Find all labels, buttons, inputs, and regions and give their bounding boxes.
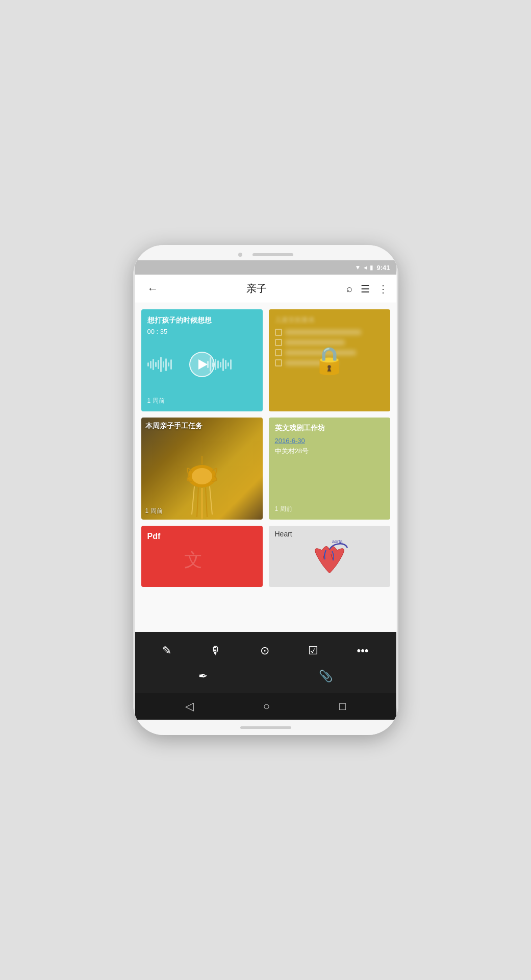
- waveform-bar: [230, 359, 232, 370]
- svg-line-6: [210, 486, 212, 514]
- audio-card-title: 想打孩子的时候想想: [147, 315, 257, 325]
- waveform-bar: [168, 362, 169, 366]
- craft-card-timestamp: 1 周前: [145, 507, 163, 516]
- waveform-bar: [158, 360, 159, 369]
- craft-photo: [141, 418, 263, 520]
- craft-tassel-svg: [179, 453, 225, 520]
- svg-point-1: [192, 468, 212, 484]
- play-button[interactable]: [189, 352, 215, 377]
- card-craft[interactable]: 本周亲子手工任务: [141, 418, 263, 520]
- checkbox-icon: [275, 339, 282, 346]
- toolbar-row-2: ✒ 📎: [135, 664, 396, 689]
- camera-button[interactable]: ⊙: [256, 640, 273, 662]
- app-bar: ← 亲子 ⌕ ☰ ⋮: [135, 275, 396, 303]
- nav-home-button[interactable]: ○: [263, 700, 270, 713]
- waveform-bar: [222, 358, 224, 371]
- card-pdf[interactable]: Pdf 文: [141, 526, 263, 587]
- earpiece: [252, 253, 293, 256]
- waveform-bar: [150, 361, 151, 369]
- waveform-bar: [160, 357, 162, 372]
- waveform-bar: [155, 362, 157, 367]
- back-button[interactable]: ←: [143, 278, 163, 300]
- craft-card-title: 本周亲子手工任务: [145, 422, 203, 431]
- pencil-button[interactable]: ✎: [158, 640, 175, 662]
- list-item-text: [285, 330, 362, 335]
- wifi-icon: ▼: [355, 264, 361, 271]
- checkbox-icon: [275, 359, 282, 366]
- nav-recent-button[interactable]: □: [339, 700, 346, 713]
- checkbox-icon: [275, 349, 282, 356]
- audio-card-timestamp: 1 周前: [147, 397, 257, 405]
- waveform-bar: [153, 359, 154, 370]
- front-camera: [238, 253, 242, 257]
- waveform-bar: [163, 361, 164, 368]
- checklist-button[interactable]: ☑: [304, 640, 322, 662]
- waveform-bar: [227, 362, 229, 366]
- cards-grid: 想打孩子的时候想想 00 : 35: [141, 309, 390, 587]
- pdf-label: Pdf: [147, 532, 257, 541]
- phone-top-bar: [133, 245, 398, 260]
- nav-bar: ◁ ○ □: [135, 693, 396, 720]
- list-item: [275, 329, 384, 336]
- svg-line-2: [192, 486, 194, 514]
- battery-icon: ▮: [370, 264, 373, 271]
- search-icon[interactable]: ⌕: [346, 283, 352, 295]
- waveform-bar: [220, 362, 221, 368]
- svg-line-5: [206, 487, 207, 517]
- card-locked[interactable]: 儿童安抚量表: [269, 309, 390, 411]
- heart-image: aorta: [275, 538, 384, 583]
- phone-bottom: [133, 720, 398, 735]
- lock-icon: 🔒: [313, 345, 346, 376]
- waveform-bar: [170, 359, 172, 370]
- waveform-bar: [217, 360, 219, 369]
- draw-button[interactable]: ✒: [194, 666, 212, 687]
- signal-icon: ◂: [364, 264, 367, 271]
- status-bar: ▼ ◂ ▮ 9:41: [135, 260, 396, 275]
- home-indicator: [240, 726, 291, 729]
- waveform-bar: [147, 362, 149, 366]
- content-area: 想打孩子的时候想想 00 : 35: [135, 303, 396, 632]
- card-event[interactable]: 英文戏剧工作坊 2016-6-30 中关村28号 1 周前: [269, 418, 390, 520]
- heart-anatomy-svg: aorta: [301, 540, 358, 581]
- list-item-text: [285, 340, 345, 345]
- toolbar: ✎ 🎙 ⊙ ☑ ••• ✒ 📎: [135, 632, 396, 693]
- audio-card-duration: 00 : 35: [147, 328, 257, 335]
- nav-back-button[interactable]: ◁: [185, 700, 194, 713]
- event-card-date[interactable]: 2016-6-30: [275, 437, 384, 445]
- phone-shell: ▼ ◂ ▮ 9:41 ← 亲子 ⌕ ☰ ⋮ 想打孩子的时候想想 00 : 35: [133, 245, 398, 735]
- svg-text:文: 文: [184, 550, 203, 570]
- waveform-bar: [225, 360, 226, 369]
- status-time: 9:41: [376, 264, 390, 272]
- waveform-bar: [215, 359, 216, 370]
- audio-waveform: [147, 335, 257, 394]
- pdf-icon-svg: 文: [182, 546, 222, 576]
- toolbar-row-1: ✎ 🎙 ⊙ ☑ •••: [135, 638, 396, 664]
- locked-card-title: 儿童安抚量表: [275, 315, 384, 325]
- event-card-title: 英文戏剧工作坊: [275, 424, 384, 433]
- card-heart[interactable]: Heart aorta: [269, 526, 390, 587]
- page-title: 亲子: [167, 282, 346, 296]
- event-card-timestamp: 1 周前: [275, 505, 384, 513]
- card-audio[interactable]: 想打孩子的时候想想 00 : 35: [141, 309, 263, 411]
- svg-text:aorta: aorta: [332, 540, 343, 544]
- event-card-location: 中关村28号: [275, 447, 384, 456]
- checkbox-icon: [275, 329, 282, 336]
- waveform-bars-right: [207, 354, 256, 375]
- pdf-preview: 文: [147, 541, 257, 581]
- app-bar-actions: ⌕ ☰ ⋮: [346, 283, 388, 295]
- screen: ▼ ◂ ▮ 9:41 ← 亲子 ⌕ ☰ ⋮ 想打孩子的时候想想 00 : 35: [135, 260, 396, 720]
- more-button[interactable]: •••: [352, 640, 372, 662]
- view-toggle-icon[interactable]: ☰: [361, 283, 370, 295]
- waveform-bar: [165, 358, 167, 371]
- microphone-button[interactable]: 🎙: [206, 640, 225, 662]
- heart-label: Heart: [275, 530, 384, 538]
- svg-line-3: [197, 487, 198, 517]
- attach-button[interactable]: 📎: [315, 666, 337, 687]
- more-options-icon[interactable]: ⋮: [378, 283, 388, 295]
